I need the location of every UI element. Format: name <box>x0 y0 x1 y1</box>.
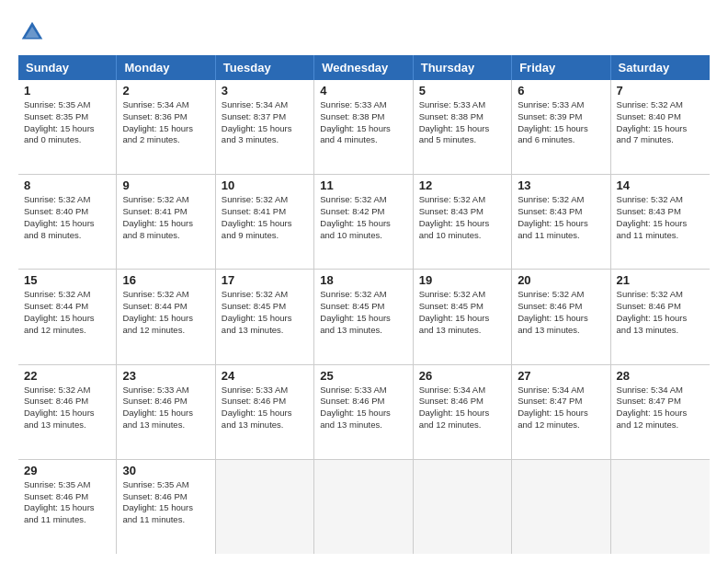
header-cell-wednesday: Wednesday <box>314 55 413 80</box>
cell-line: and 13 minutes. <box>222 325 308 337</box>
day-number: 9 <box>122 178 209 192</box>
cell-line: and 12 minutes. <box>24 325 110 337</box>
logo <box>18 18 50 46</box>
cell-line: Sunset: 8:46 PM <box>518 301 604 313</box>
cell-line: Daylight: 15 hours <box>222 218 308 230</box>
cell-line: and 3 minutes. <box>222 134 308 146</box>
cell-line: and 13 minutes. <box>518 325 604 337</box>
cell-line: Daylight: 15 hours <box>24 408 110 419</box>
calendar-cell: 27Sunrise: 5:34 AMSunset: 8:47 PMDayligh… <box>512 365 610 459</box>
cell-line: and 7 minutes. <box>617 134 704 146</box>
cell-line: and 12 minutes. <box>419 419 506 431</box>
cell-line: Sunset: 8:35 PM <box>24 111 110 123</box>
day-number: 5 <box>419 84 506 98</box>
cell-line: Sunset: 8:38 PM <box>419 111 506 123</box>
cell-line: Sunrise: 5:32 AM <box>24 385 110 396</box>
day-number: 22 <box>24 369 110 383</box>
day-number: 1 <box>24 84 110 98</box>
day-number: 11 <box>320 178 406 192</box>
calendar-header: SundayMondayTuesdayWednesdayThursdayFrid… <box>18 55 710 80</box>
header <box>18 18 710 46</box>
day-number: 19 <box>419 273 506 287</box>
calendar-row: 15Sunrise: 5:32 AMSunset: 8:44 PMDayligh… <box>18 270 710 364</box>
cell-line: Sunset: 8:46 PM <box>617 301 704 313</box>
cell-line: Daylight: 15 hours <box>419 313 506 325</box>
cell-line: Sunrise: 5:34 AM <box>122 99 209 111</box>
cell-line: Sunset: 8:39 PM <box>518 111 604 123</box>
calendar-cell: 2Sunrise: 5:34 AMSunset: 8:36 PMDaylight… <box>117 80 215 174</box>
cell-line: and 13 minutes. <box>222 419 308 431</box>
cell-line: Sunset: 8:46 PM <box>222 396 308 408</box>
calendar-cell: 1Sunrise: 5:35 AMSunset: 8:35 PMDaylight… <box>18 80 117 174</box>
cell-line: Sunset: 8:40 PM <box>24 206 110 218</box>
cell-line: Daylight: 15 hours <box>24 502 110 514</box>
cell-line: Daylight: 15 hours <box>122 218 209 230</box>
cell-line: Daylight: 15 hours <box>122 408 209 419</box>
day-number: 28 <box>617 369 704 383</box>
cell-line: and 4 minutes. <box>320 134 406 146</box>
header-cell-thursday: Thursday <box>414 55 512 80</box>
calendar-cell <box>216 460 314 554</box>
cell-line: Sunrise: 5:34 AM <box>617 385 704 396</box>
calendar-row: 22Sunrise: 5:32 AMSunset: 8:46 PMDayligh… <box>18 365 710 460</box>
cell-line: Sunset: 8:43 PM <box>518 206 604 218</box>
cell-line: Sunrise: 5:34 AM <box>419 385 506 396</box>
cell-line: Sunrise: 5:32 AM <box>617 99 704 111</box>
calendar-cell: 17Sunrise: 5:32 AMSunset: 8:45 PMDayligh… <box>216 270 314 363</box>
cell-line: and 13 minutes. <box>617 325 704 337</box>
cell-line: Daylight: 15 hours <box>320 408 406 419</box>
day-number: 16 <box>122 273 209 287</box>
cell-line: Sunset: 8:37 PM <box>222 111 308 123</box>
cell-line: and 5 minutes. <box>419 134 506 146</box>
calendar-row: 8Sunrise: 5:32 AMSunset: 8:40 PMDaylight… <box>18 175 710 270</box>
cell-line: Sunrise: 5:32 AM <box>320 194 406 206</box>
day-number: 26 <box>419 369 506 383</box>
cell-line: and 11 minutes. <box>122 514 209 526</box>
calendar: SundayMondayTuesdayWednesdayThursdayFrid… <box>18 55 710 554</box>
day-number: 6 <box>518 84 604 98</box>
calendar-cell: 14Sunrise: 5:32 AMSunset: 8:43 PMDayligh… <box>611 175 710 269</box>
day-number: 2 <box>122 84 209 98</box>
cell-line: and 8 minutes. <box>24 230 110 242</box>
cell-line: Sunrise: 5:34 AM <box>222 99 308 111</box>
calendar-cell: 8Sunrise: 5:32 AMSunset: 8:40 PMDaylight… <box>18 175 117 269</box>
day-number: 21 <box>617 273 704 287</box>
day-number: 23 <box>122 369 209 383</box>
cell-line: Daylight: 15 hours <box>122 502 209 514</box>
cell-line: Sunset: 8:41 PM <box>122 206 209 218</box>
cell-line: Sunset: 8:45 PM <box>222 301 308 313</box>
header-cell-friday: Friday <box>512 55 610 80</box>
calendar-cell <box>512 460 610 554</box>
cell-line: Sunrise: 5:34 AM <box>518 385 604 396</box>
cell-line: Daylight: 15 hours <box>419 408 506 419</box>
calendar-cell: 19Sunrise: 5:32 AMSunset: 8:45 PMDayligh… <box>414 270 512 363</box>
calendar-cell: 25Sunrise: 5:33 AMSunset: 8:46 PMDayligh… <box>314 365 413 459</box>
cell-line: Daylight: 15 hours <box>617 313 704 325</box>
cell-line: Daylight: 15 hours <box>320 123 406 135</box>
cell-line: and 12 minutes. <box>122 325 209 337</box>
calendar-cell: 5Sunrise: 5:33 AMSunset: 8:38 PMDaylight… <box>414 80 512 174</box>
cell-line: Sunrise: 5:35 AM <box>24 479 110 491</box>
cell-line: Daylight: 15 hours <box>617 123 704 135</box>
cell-line: and 13 minutes. <box>419 325 506 337</box>
day-number: 27 <box>518 369 604 383</box>
cell-line: Sunset: 8:44 PM <box>24 301 110 313</box>
calendar-cell: 18Sunrise: 5:32 AMSunset: 8:45 PMDayligh… <box>314 270 413 363</box>
calendar-cell: 21Sunrise: 5:32 AMSunset: 8:46 PMDayligh… <box>611 270 710 363</box>
cell-line: Sunset: 8:36 PM <box>122 111 209 123</box>
cell-line: Sunset: 8:47 PM <box>617 396 704 408</box>
day-number: 13 <box>518 178 604 192</box>
cell-line: Daylight: 15 hours <box>122 313 209 325</box>
cell-line: Daylight: 15 hours <box>518 313 604 325</box>
day-number: 10 <box>222 178 308 192</box>
day-number: 7 <box>617 84 704 98</box>
cell-line: Daylight: 15 hours <box>24 218 110 230</box>
cell-line: Sunrise: 5:32 AM <box>122 194 209 206</box>
cell-line: Daylight: 15 hours <box>222 123 308 135</box>
calendar-cell: 12Sunrise: 5:32 AMSunset: 8:43 PMDayligh… <box>414 175 512 269</box>
cell-line: Sunrise: 5:32 AM <box>24 289 110 301</box>
day-number: 29 <box>24 464 110 477</box>
cell-line: Daylight: 15 hours <box>320 218 406 230</box>
cell-line: Sunrise: 5:33 AM <box>320 385 406 396</box>
cell-line: Sunrise: 5:32 AM <box>419 194 506 206</box>
